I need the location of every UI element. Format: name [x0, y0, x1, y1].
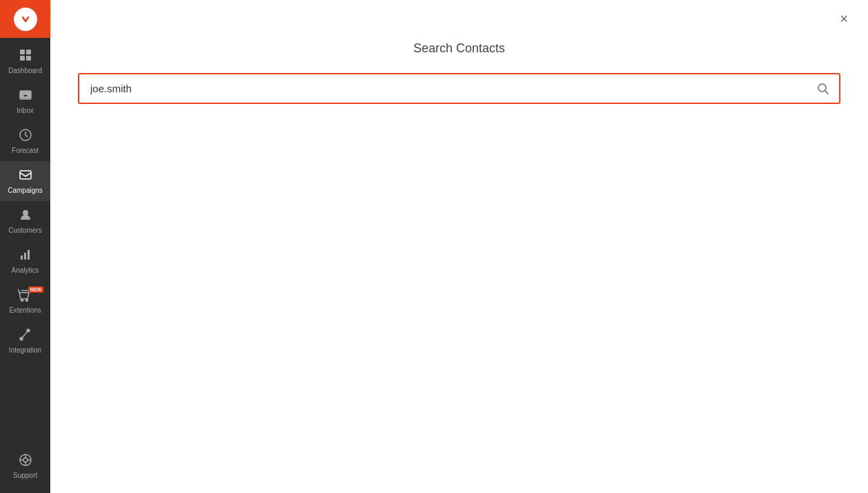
search-container: Search Contacts — [50, 0, 868, 125]
extentions-label: Extentions — [9, 306, 41, 314]
search-input[interactable] — [79, 74, 839, 103]
svg-rect-7 — [20, 171, 31, 179]
sidebar-item-extentions[interactable]: NEW Extentions — [0, 281, 50, 321]
new-badge: NEW — [28, 286, 43, 293]
forecast-icon — [19, 128, 32, 144]
campaigns-label: Campaigns — [8, 187, 43, 194]
sidebar-item-customers[interactable]: Customers — [0, 201, 50, 241]
inbox-icon — [19, 88, 32, 104]
sidebar-nav: Dashboard Inbox Forecast — [0, 38, 50, 446]
support-label: Support — [13, 472, 37, 479]
inbox-label: Inbox — [17, 107, 33, 114]
sidebar-logo[interactable] — [0, 0, 50, 38]
sidebar-item-campaigns[interactable]: Campaigns — [0, 161, 50, 201]
svg-rect-11 — [28, 250, 30, 260]
sidebar-item-support[interactable]: Support — [0, 446, 50, 486]
svg-rect-10 — [24, 253, 26, 260]
svg-rect-1 — [20, 50, 25, 54]
support-icon — [19, 453, 32, 469]
svg-point-17 — [23, 458, 28, 462]
dashboard-icon — [19, 48, 32, 64]
sidebar-item-analytics[interactable]: Analytics — [0, 241, 50, 281]
modal-title: Search Contacts — [78, 41, 840, 56]
forecast-label: Forecast — [12, 147, 39, 154]
sidebar: Dashboard Inbox Forecast — [0, 0, 50, 493]
svg-rect-4 — [26, 56, 31, 61]
search-input-wrapper — [78, 73, 840, 104]
svg-rect-9 — [21, 255, 23, 260]
sidebar-item-dashboard[interactable]: Dashboard — [0, 41, 50, 81]
sidebar-item-integration[interactable]: Integration — [0, 321, 50, 361]
analytics-label: Analytics — [11, 266, 39, 274]
analytics-icon — [19, 248, 32, 264]
customers-label: Customers — [8, 227, 41, 234]
svg-point-15 — [27, 329, 30, 332]
integration-label: Integration — [9, 346, 41, 354]
customers-icon — [19, 208, 32, 224]
campaigns-icon — [19, 168, 32, 184]
app-logo-icon — [14, 8, 37, 31]
close-button[interactable]: × — [834, 8, 854, 29]
svg-point-0 — [19, 13, 32, 25]
search-icon-button[interactable] — [817, 83, 829, 95]
sidebar-item-inbox[interactable]: Inbox — [0, 81, 50, 121]
sidebar-item-forecast[interactable]: Forecast — [0, 121, 50, 161]
svg-rect-3 — [20, 56, 25, 61]
integration-icon — [19, 328, 32, 344]
svg-point-13 — [25, 300, 28, 302]
svg-point-14 — [20, 337, 23, 340]
main-content: × Search Contacts — [50, 0, 868, 493]
svg-rect-2 — [26, 50, 31, 54]
sidebar-bottom: Support — [0, 446, 50, 493]
svg-point-8 — [23, 210, 28, 216]
svg-point-12 — [21, 300, 23, 302]
results-area — [50, 125, 868, 493]
dashboard-label: Dashboard — [8, 67, 42, 74]
